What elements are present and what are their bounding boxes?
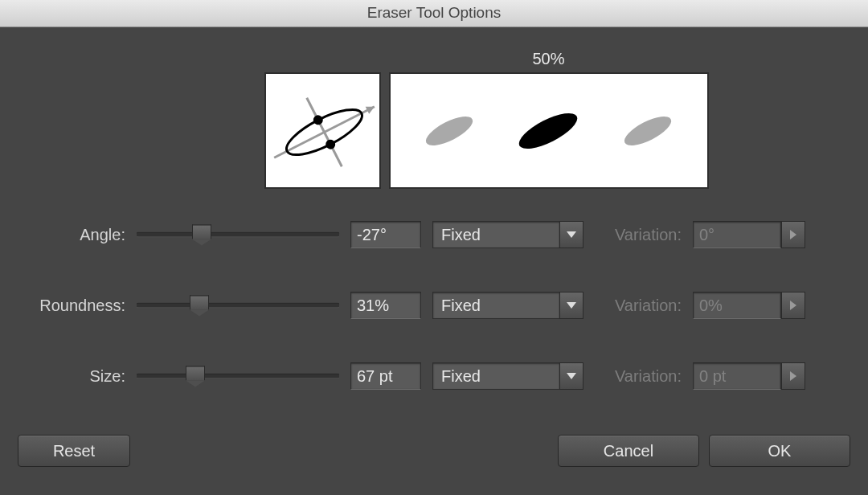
roundness-variation-step-button xyxy=(781,292,805,319)
size-mode-value: Fixed xyxy=(432,362,559,390)
svg-point-8 xyxy=(620,110,675,150)
angle-row: Angle: -27° Fixed Variation: 0° xyxy=(23,221,845,248)
roundness-mode-dropdown-button[interactable] xyxy=(559,292,583,319)
size-label: Size: xyxy=(23,367,125,386)
roundness-variation-value: 0% xyxy=(693,292,781,319)
svg-point-4 xyxy=(311,113,324,126)
angle-variation-value: 0° xyxy=(693,221,781,248)
dialog-title: Eraser Tool Options xyxy=(367,4,502,21)
angle-mode-dropdown-button[interactable] xyxy=(559,221,583,248)
size-variation-step-button xyxy=(781,362,805,390)
intensity-preview xyxy=(389,72,709,189)
size-variation-label: Variation: xyxy=(600,367,682,386)
size-mode-dropdown-button[interactable] xyxy=(559,362,583,390)
brush-sample-min-icon xyxy=(418,107,481,155)
size-slider[interactable] xyxy=(137,366,339,386)
roundness-slider[interactable] xyxy=(137,296,339,315)
svg-line-2 xyxy=(306,98,342,167)
roundness-row: Roundness: 31% Fixed Variation: 0% xyxy=(23,292,845,319)
svg-marker-10 xyxy=(790,230,796,239)
svg-point-6 xyxy=(422,110,477,150)
size-mode-select[interactable]: Fixed xyxy=(432,362,583,390)
size-row: Size: 67 pt Fixed Variation: 0 pt xyxy=(23,362,845,390)
svg-marker-13 xyxy=(567,373,576,379)
chevron-right-icon xyxy=(790,230,796,239)
angle-mode-value: Fixed xyxy=(432,221,559,248)
roundness-input[interactable]: 31% xyxy=(350,292,421,319)
chevron-down-icon xyxy=(567,231,576,238)
roundness-slider-thumb[interactable] xyxy=(190,295,209,309)
size-input[interactable]: 67 pt xyxy=(350,362,421,390)
svg-point-5 xyxy=(324,138,337,151)
angle-mode-select[interactable]: Fixed xyxy=(432,221,583,248)
angle-gizmo-icon xyxy=(266,74,383,190)
svg-marker-9 xyxy=(567,231,576,238)
size-slider-track xyxy=(137,374,339,379)
preview-row: 50% xyxy=(122,50,850,189)
brush-sample-max-icon xyxy=(616,107,679,155)
dialog-body: 50% Angle: -27° F xyxy=(0,27,868,483)
angle-slider[interactable] xyxy=(137,225,339,244)
intensity-preview-label: 50% xyxy=(532,50,564,72)
reset-button[interactable]: Reset xyxy=(18,435,130,467)
titlebar: Eraser Tool Options xyxy=(0,0,868,27)
size-variation-value: 0 pt xyxy=(693,362,781,390)
brush-sample-mid-icon xyxy=(513,107,583,155)
roundness-mode-value: Fixed xyxy=(432,292,559,319)
roundness-label: Roundness: xyxy=(23,297,125,315)
size-slider-thumb[interactable] xyxy=(186,366,205,380)
button-row: Reset Cancel OK xyxy=(18,435,850,467)
roundness-variation-field: 0% xyxy=(693,292,805,319)
svg-marker-14 xyxy=(790,371,796,381)
chevron-right-icon xyxy=(790,371,796,381)
angle-preview-stack xyxy=(264,50,381,189)
cancel-button[interactable]: Cancel xyxy=(558,435,699,467)
ok-button[interactable]: OK xyxy=(709,435,850,467)
angle-input[interactable]: -27° xyxy=(350,221,421,248)
intensity-preview-stack: 50% xyxy=(389,50,709,189)
angle-preview[interactable] xyxy=(264,72,381,189)
angle-variation-step-button xyxy=(781,221,805,248)
angle-variation-label: Variation: xyxy=(600,226,682,244)
chevron-down-icon xyxy=(567,302,576,309)
chevron-right-icon xyxy=(790,301,796,310)
svg-marker-11 xyxy=(567,302,576,309)
form: Angle: -27° Fixed Variation: 0° xyxy=(18,221,850,390)
roundness-mode-select[interactable]: Fixed xyxy=(432,292,583,319)
svg-marker-1 xyxy=(365,103,375,113)
svg-marker-12 xyxy=(790,301,796,310)
size-variation-field: 0 pt xyxy=(693,362,805,390)
chevron-down-icon xyxy=(567,373,576,379)
angle-label: Angle: xyxy=(23,226,125,244)
roundness-variation-label: Variation: xyxy=(600,297,682,315)
roundness-slider-track xyxy=(137,303,339,309)
svg-point-7 xyxy=(514,107,582,155)
angle-slider-track xyxy=(137,232,339,238)
angle-variation-field: 0° xyxy=(693,221,805,248)
angle-slider-thumb[interactable] xyxy=(192,224,211,239)
